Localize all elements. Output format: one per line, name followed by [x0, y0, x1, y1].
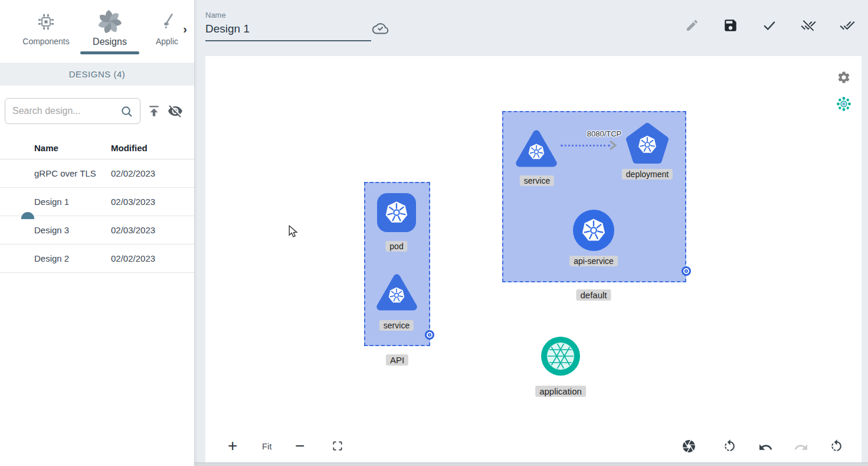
tab-label: Designs [93, 37, 127, 47]
redo-icon[interactable] [794, 440, 808, 455]
meshery-component-icon[interactable] [836, 96, 851, 112]
design-modified: 02/03/2023 [111, 197, 194, 207]
design-modified: 02/02/2023 [111, 168, 194, 178]
node-service-api[interactable] [375, 273, 418, 311]
design-name: Design 3 [34, 225, 111, 235]
kubernetes-wheel-icon [527, 142, 546, 161]
table-row[interactable]: Design 3 02/03/2023 [0, 216, 194, 245]
aperture-icon[interactable] [682, 439, 696, 454]
gear-icon[interactable] [837, 70, 851, 84]
design-name: gRPC over TLS [34, 168, 111, 178]
table-row[interactable]: gRPC over TLS 02/02/2023 [0, 159, 194, 188]
rotate-left-icon[interactable] [722, 439, 737, 454]
validate-check-icon[interactable] [762, 18, 777, 33]
kubernetes-wheel-icon [580, 217, 607, 244]
kubernetes-wheel-icon [387, 286, 406, 305]
design-name: Design 1 [34, 197, 111, 207]
main-area: Name [195, 0, 868, 466]
designs-section-header: DESIGNS (4) [0, 63, 194, 86]
sidebar-tabs: Components [0, 0, 194, 56]
mouse-cursor [288, 225, 300, 238]
table-row[interactable]: Design 2 02/02/2023 [0, 245, 194, 273]
edit-pencil-icon[interactable] [685, 18, 699, 32]
node-label-application: application [535, 386, 586, 397]
tab-components[interactable]: Components [14, 0, 78, 56]
node-pod[interactable] [377, 193, 416, 232]
kubernetes-wheel-icon [637, 134, 658, 155]
undeploy-double-check-slash-icon[interactable] [801, 18, 816, 33]
edge-service-deployment[interactable] [561, 145, 610, 146]
tab-label: Components [22, 37, 69, 46]
design-name: Design 2 [34, 253, 111, 263]
design-canvas[interactable]: pod service API service [205, 56, 862, 462]
designs-table: Name Modified gRPC over TLS 02/02/2023 D… [0, 137, 194, 273]
upload-icon[interactable] [146, 103, 162, 119]
designs-spiral-icon [96, 8, 123, 35]
app-root: Components [0, 0, 868, 466]
column-header-modified: Modified [111, 143, 194, 153]
visibility-off-icon[interactable] [168, 103, 183, 119]
group-label-api: API [386, 354, 408, 366]
sidebar: Components [0, 0, 195, 466]
design-modified: 02/03/2023 [111, 225, 194, 235]
node-label-pod: pod [385, 241, 407, 252]
column-header-name: Name [34, 143, 111, 153]
node-application[interactable] [541, 337, 580, 376]
edge-label: 8080/TCP [587, 129, 622, 138]
header-actions [685, 18, 855, 33]
tab-designs[interactable]: Designs [78, 0, 142, 56]
components-icon [36, 8, 56, 35]
name-field-label: Name [205, 11, 226, 19]
history-toolbar [205, 439, 862, 455]
search-box [5, 98, 140, 124]
cloud-check-icon[interactable] [372, 21, 389, 37]
node-service-default[interactable] [515, 129, 558, 167]
group-label-default: default [576, 289, 611, 301]
group-resize-handle[interactable] [425, 330, 434, 340]
meshery-application-icon [546, 342, 575, 370]
kubernetes-wheel-icon [384, 200, 410, 226]
node-deployment[interactable] [625, 122, 669, 166]
table-header-row: Name Modified [0, 137, 194, 159]
tab-label: Applic [156, 37, 178, 46]
deploy-double-check-icon[interactable] [840, 18, 855, 33]
node-label-service: service [379, 320, 414, 331]
node-api-service[interactable] [573, 210, 614, 251]
reset-icon[interactable] [829, 439, 844, 454]
bottom-strip [195, 462, 868, 466]
undo-icon[interactable] [758, 440, 773, 455]
design-header: Name [195, 0, 868, 56]
save-icon[interactable] [723, 18, 738, 33]
node-label-api-service: api-service [569, 256, 618, 266]
search-icon [120, 105, 134, 119]
group-resize-handle[interactable] [682, 266, 691, 276]
design-name-input[interactable] [205, 22, 371, 41]
design-modified: 02/02/2023 [111, 253, 194, 263]
edge-arrowhead [609, 140, 617, 151]
search-row [5, 98, 189, 124]
node-label-deployment: deployment [622, 169, 673, 180]
chevron-right-icon[interactable]: › [183, 22, 187, 36]
node-label-service: service [520, 175, 554, 186]
applications-icon [157, 8, 177, 35]
